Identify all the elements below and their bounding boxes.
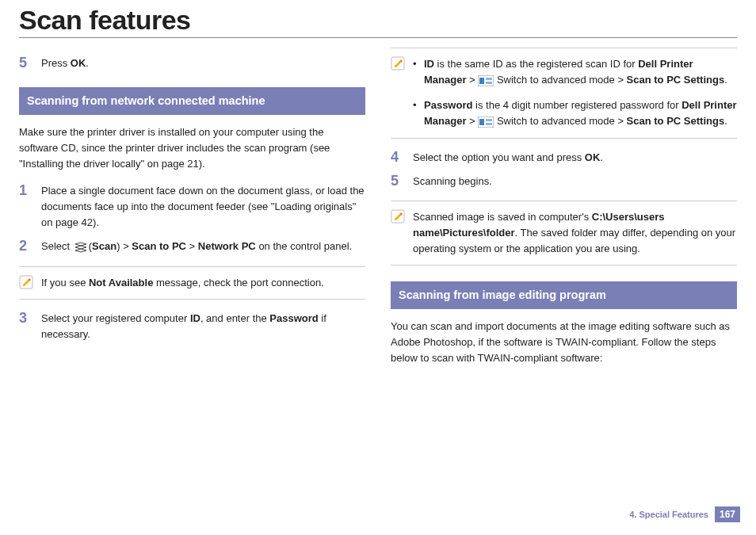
pencil-note-icon	[391, 209, 405, 224]
text: is the same ID as the registered scan ID…	[434, 58, 638, 70]
section-intro: Make sure the printer driver is installe…	[19, 124, 365, 172]
note-not-available: If you see Not Available message, check …	[19, 266, 365, 300]
text: .	[724, 74, 727, 86]
step-number: 5	[19, 55, 41, 71]
text: Scanned image is saved in computer's	[413, 211, 592, 223]
svg-rect-4	[486, 78, 492, 80]
scan-pc-settings-label: Scan to PC Settings	[627, 115, 725, 127]
svg-rect-8	[486, 119, 492, 121]
step-number: 5	[391, 174, 413, 189]
right-column: ID is the same ID as the registered scan…	[391, 48, 737, 377]
step-5: 5 Scanning begins.	[391, 174, 737, 189]
title-rule	[19, 37, 737, 38]
step-number: 2	[19, 239, 41, 254]
not-available-label: Not Available	[89, 277, 153, 289]
step-5-prev: 5 Press OK.	[19, 55, 365, 71]
step-4: 4 Select the option you want and press O…	[391, 150, 737, 166]
scan-icon	[73, 241, 89, 254]
text: >	[466, 74, 478, 86]
text: .	[600, 151, 603, 163]
scan-label: Scan	[92, 240, 116, 252]
ok-text: OK	[71, 57, 86, 69]
text: , and enter the	[200, 312, 269, 324]
text: >	[186, 240, 198, 252]
network-pc-label: Network PC	[198, 240, 256, 252]
pencil-note-icon	[19, 275, 33, 289]
text: >	[617, 115, 626, 127]
step-1: 1 Place a single document face down on t…	[19, 183, 365, 231]
text: Switch to advanced mode	[494, 115, 617, 127]
text: >	[120, 240, 132, 252]
note-id-password: ID is the same ID as the registered scan…	[391, 48, 737, 139]
page-title: Scan features	[19, 5, 737, 36]
page-number: 167	[715, 506, 740, 522]
section-heading-network: Scanning from network connected machine	[19, 87, 365, 114]
step-text: Place a single document face down on the…	[41, 183, 365, 231]
password-label: Password	[269, 312, 318, 324]
text: Switch to advanced mode	[494, 74, 617, 86]
scan-pc-settings-label: Scan to PC Settings	[627, 74, 725, 86]
text: .	[86, 57, 89, 69]
id-label: ID	[190, 312, 200, 324]
chapter-label: 4. Special Features	[629, 510, 708, 519]
text: If you see	[41, 277, 89, 289]
svg-rect-3	[479, 78, 484, 84]
section-intro: You can scan and import documents at the…	[391, 319, 737, 366]
text: Select the option you want and press	[413, 151, 585, 163]
svg-rect-9	[486, 123, 492, 125]
svg-rect-7	[479, 119, 484, 125]
step-number: 4	[391, 150, 413, 166]
step-number: 3	[19, 311, 41, 327]
advanced-mode-icon	[478, 75, 494, 87]
step-number: 1	[19, 183, 41, 199]
page-footer: 4. Special Features 167	[629, 506, 740, 522]
left-column: 5 Press OK. Scanning from network connec…	[19, 48, 365, 377]
text: is the 4 digit number registered passwor…	[472, 99, 682, 111]
advanced-mode-icon	[478, 116, 494, 128]
note-save-path: Scanned image is saved in computer's C:\…	[391, 201, 737, 266]
id-label: ID	[424, 58, 434, 70]
text: .	[724, 115, 727, 127]
ok-text: OK	[585, 151, 601, 163]
text: message, check the port connection.	[153, 277, 323, 289]
note-item-password: Password is the 4 digit number registere…	[413, 97, 737, 129]
text: Select	[41, 240, 73, 252]
password-label: Password	[424, 99, 472, 111]
svg-rect-5	[486, 82, 492, 84]
text: >	[466, 115, 478, 127]
note-item-id: ID is the same ID as the registered scan…	[413, 56, 737, 88]
section-heading-image-editor: Scanning from image editing program	[391, 281, 737, 308]
step-text: Scanning begins.	[413, 174, 737, 189]
step-2: 2 Select (Scan) > Scan to PC > Network P…	[19, 239, 365, 254]
pencil-note-icon	[391, 56, 405, 71]
text: Press	[41, 57, 71, 69]
step-3: 3 Select your registered computer ID, an…	[19, 311, 365, 342]
text: on the control panel.	[256, 240, 352, 252]
text: Select your registered computer	[41, 312, 190, 324]
text: >	[617, 74, 626, 86]
scan-to-pc-label: Scan to PC	[132, 240, 186, 252]
